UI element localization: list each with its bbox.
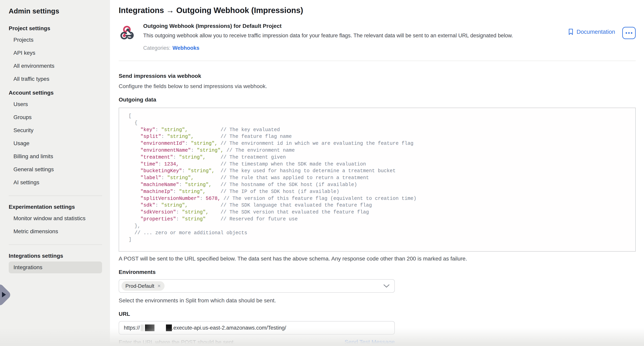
code-line: "environmentName": "string", // The envi… bbox=[128, 147, 628, 154]
sidebar-item-projects[interactable]: Projects bbox=[9, 34, 102, 46]
code-line: "properties": "string" // Reserved for f… bbox=[128, 216, 628, 223]
category-webhooks-link[interactable]: Webhooks bbox=[172, 45, 199, 51]
sidebar-item-general-settings[interactable]: General settings bbox=[9, 164, 102, 175]
header-actions: Documentation bbox=[568, 23, 636, 51]
remove-tag-icon[interactable] bbox=[158, 283, 160, 289]
code-line: "bucketingKey": "string", // The key use… bbox=[128, 168, 628, 174]
sidebar-item-api-keys[interactable]: API keys bbox=[9, 47, 102, 59]
code-line: "treatment": "string", // The treatment … bbox=[128, 154, 628, 161]
page-title: Integrations → Outgoing Webhook (Impress… bbox=[119, 5, 636, 15]
sidebar-item-integrations[interactable]: Integrations bbox=[9, 261, 102, 273]
integration-categories: Categories:Webhooks bbox=[143, 45, 513, 51]
code-line: "label": "string", // The rule that was … bbox=[128, 174, 628, 181]
sidebar-section-project-settings: Project settings Projects API keys All e… bbox=[4, 25, 106, 85]
sidebar-item-groups[interactable]: Groups bbox=[9, 111, 102, 123]
integration-title: Outgoing Webhook (Impressions) for Defau… bbox=[143, 23, 513, 29]
webhook-icon bbox=[119, 24, 137, 42]
sidebar-section-account-settings: Account settings Users Groups Security U… bbox=[4, 90, 106, 188]
code-line: "splitVersionNumber": 5678, // The versi… bbox=[128, 195, 628, 202]
redacted-segment bbox=[145, 325, 154, 331]
code-line: "sdk": "string", // The SDK language tha… bbox=[128, 202, 628, 209]
section-title: Send impressions via webhook bbox=[119, 73, 636, 79]
documentation-label: Documentation bbox=[576, 29, 615, 35]
sidebar-section-integrations-settings: Integrations settings Integrations bbox=[4, 253, 106, 273]
code-line: "time": 1234, // The timestamp when the … bbox=[128, 161, 628, 168]
url-label: URL bbox=[119, 311, 636, 317]
section-divider bbox=[119, 61, 636, 61]
environment-tag: Prod-Default bbox=[122, 281, 164, 291]
sidebar-divider bbox=[9, 244, 102, 245]
sidebar-item-usage[interactable]: Usage bbox=[9, 138, 102, 149]
chevron-down-icon bbox=[383, 284, 390, 288]
documentation-link[interactable]: Documentation bbox=[568, 28, 615, 35]
outgoing-data-schema: [ { "key": "string", // The key evaluate… bbox=[119, 108, 636, 252]
sidebar-title: Admin settings bbox=[9, 7, 106, 15]
code-line: "environmentId": "string", // The enviro… bbox=[128, 140, 628, 147]
code-line: "key": "string", // The key evaluated bbox=[128, 127, 628, 134]
code-line: "split": "string", // The feature flag n… bbox=[128, 133, 628, 140]
post-note: A POST will be sent to the URL specified… bbox=[119, 256, 636, 262]
send-test-message-link[interactable]: Send Test Message bbox=[344, 339, 395, 346]
outgoing-data-label: Outgoing data bbox=[119, 97, 636, 103]
url-footer: Enter the URL where the POST should be s… bbox=[119, 339, 395, 346]
sidebar-item-metric-dimensions[interactable]: Metric dimensions bbox=[9, 225, 102, 237]
url-help: Enter the URL where the POST should be s… bbox=[119, 339, 235, 346]
section-subtitle: Configure the fields below to send impre… bbox=[119, 83, 636, 89]
integration-description: This outgoing webhook allow you to recei… bbox=[143, 32, 513, 39]
code-line: "machineName": "string", // The hostname… bbox=[128, 181, 628, 188]
sidebar-item-billing-and-limits[interactable]: Billing and limits bbox=[9, 151, 102, 162]
code-line: [ bbox=[128, 113, 628, 120]
code-line: "machineIp": "string", // The IP of the … bbox=[128, 188, 628, 195]
redacted-segment bbox=[141, 325, 144, 331]
sidebar-divider bbox=[9, 195, 102, 196]
url-value-suffix: .execute-api.us-east-2.amazonaws.com/Tes… bbox=[172, 325, 286, 331]
integration-header: Outgoing Webhook (Impressions) for Defau… bbox=[119, 23, 636, 51]
sidebar-section-header: Experimentation settings bbox=[9, 204, 102, 210]
sidebar-item-security[interactable]: Security bbox=[9, 124, 102, 136]
sidebar-item-all-traffic-types[interactable]: All traffic types bbox=[9, 73, 102, 85]
environments-label: Environments bbox=[119, 269, 636, 275]
sidebar-item-users[interactable]: Users bbox=[9, 98, 102, 110]
environments-select[interactable]: Prod-Default bbox=[119, 279, 395, 293]
categories-label: Categories: bbox=[143, 45, 170, 51]
sidebar-section-experimentation-settings: Experimentation settings Monitor window … bbox=[4, 204, 106, 237]
code-line: { bbox=[128, 120, 628, 127]
admin-settings-page: Admin settings Project settings Projects… bbox=[0, 0, 644, 346]
redacted-segment bbox=[166, 325, 172, 331]
sidebar-item-monitor-window-and-statistics[interactable]: Monitor window and statistics bbox=[9, 212, 102, 224]
url-input[interactable]: https://.execute-api.us-east-2.amazonaws… bbox=[119, 321, 395, 335]
code-line: ] bbox=[128, 236, 628, 243]
sidebar-section-header: Project settings bbox=[9, 25, 102, 32]
main-content: Integrations → Outgoing Webhook (Impress… bbox=[110, 0, 644, 346]
code-line: }, bbox=[128, 223, 628, 230]
sidebar-section-header: Account settings bbox=[9, 90, 102, 96]
integration-info: Outgoing Webhook (Impressions) for Defau… bbox=[143, 23, 513, 51]
url-value-prefix: https:// bbox=[124, 325, 140, 331]
bookmark-icon bbox=[568, 28, 574, 35]
sidebar-item-all-environments[interactable]: All environments bbox=[9, 60, 102, 72]
more-options-button[interactable] bbox=[622, 27, 636, 39]
sidebar: Admin settings Project settings Projects… bbox=[0, 0, 110, 346]
sidebar-section-header: Integrations settings bbox=[9, 253, 102, 259]
environments-help: Select the environments in Split from wh… bbox=[119, 297, 636, 304]
ellipsis-icon bbox=[626, 32, 632, 34]
environment-tag-label: Prod-Default bbox=[126, 283, 154, 289]
code-line: // ... zero or more additional objects bbox=[128, 230, 628, 237]
code-line: "sdkVersion": "string", // The SDK versi… bbox=[128, 209, 628, 216]
sidebar-item-ai-settings[interactable]: AI settings bbox=[9, 176, 102, 188]
